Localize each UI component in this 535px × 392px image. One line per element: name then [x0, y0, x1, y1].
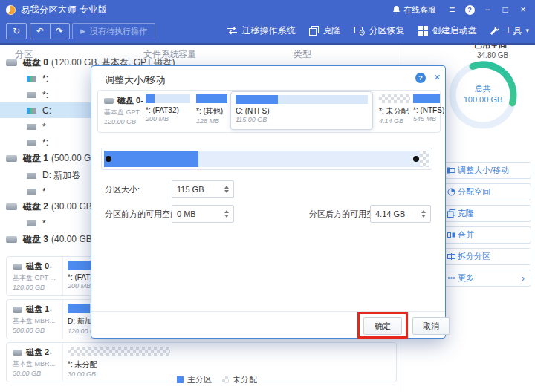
stepper-icon[interactable] [224, 210, 229, 218]
merge-button[interactable]: 合并 [444, 226, 531, 244]
slider-right-handle[interactable] [413, 156, 419, 162]
legend-unallocated-label: 未分配 [233, 374, 257, 385]
partition-label: *: (NTFS) [413, 106, 440, 114]
partition-label: * [42, 186, 46, 197]
drive-icon [27, 76, 36, 82]
allocate-space-label: 分配空间 [458, 186, 490, 197]
disk-card-name: 磁盘 2- [26, 347, 52, 358]
disk-card-size: 120.00 GB [13, 284, 62, 291]
partition-label: *: [42, 90, 48, 100]
bell-icon [392, 5, 401, 14]
unallocated-swatch [222, 376, 229, 383]
clone-button[interactable]: 克隆 [309, 24, 340, 37]
drive-icon [27, 173, 36, 179]
partition-size-input[interactable]: 115 GB [172, 180, 234, 198]
dialog-partition-unallocated[interactable]: *: 未分配 4.14 GB [379, 94, 410, 128]
clone-label: 克隆 [322, 24, 340, 37]
more-button[interactable]: 更多 › [444, 270, 531, 287]
resize-move-label: 调整大小/移动 [458, 165, 509, 176]
space-before-label: 分区前方的可用空间: [105, 209, 181, 220]
more-icon [447, 274, 455, 282]
dialog-partition-c-selected[interactable]: C: (NTFS) 115.00 GB [230, 91, 373, 130]
undo-button[interactable]: ↶ [31, 24, 50, 39]
redo-icon: ↷ [51, 24, 69, 39]
undo-icon: ↶ [31, 24, 50, 39]
dialog-close-icon[interactable]: × [434, 71, 441, 83]
dialog-partition-other[interactable]: *: (其他) 128 MB [196, 94, 227, 128]
online-service-button[interactable]: 在线客服 [386, 0, 443, 19]
clone-action-label: 克隆 [458, 208, 474, 219]
disk-card-type: 基本盘 MBR... [13, 316, 62, 326]
tools-button[interactable]: 工具 ▾ [490, 24, 529, 37]
partition-label: *: [42, 74, 48, 84]
bootable-media-button[interactable]: 创建启动盘 [418, 24, 476, 37]
hard-disk-icon [13, 350, 22, 356]
play-icon: ▶ [80, 27, 85, 35]
toolbar: ↻ ↶ ↷ ▶ 没有待执行操作 迁移操作系统 克隆 分区恢复 创建启动盘 工具 … [0, 19, 535, 45]
dialog-partition-fat32[interactable]: *: (FAT32) 200 MB [146, 94, 190, 128]
migrate-os-button[interactable]: 迁移操作系统 [227, 24, 295, 37]
disk-card-info: 磁盘 1- 基本盘 MBR... 500.00 GB [7, 300, 63, 339]
unallocated-bar [68, 347, 170, 356]
disk-name: 磁盘 2 [23, 200, 48, 213]
dialog-disk-type: 基本盘 GPT ... [104, 108, 147, 117]
merge-icon [447, 231, 455, 239]
minimize-button[interactable]: − [479, 0, 496, 19]
help-icon: ? [465, 5, 475, 15]
cancel-button[interactable]: 取消 [412, 317, 450, 335]
stepper-icon[interactable] [224, 186, 229, 193]
dialog-disk-info: 磁盘 0- 基本盘 GPT ... 120.00 GB [104, 95, 147, 125]
help-button[interactable]: ? [461, 0, 479, 19]
slider-left-handle[interactable] [106, 156, 111, 162]
partition-label: *: [42, 137, 48, 148]
tools-label: 工具 [504, 24, 522, 37]
space-after-input[interactable]: 4.14 GB [370, 205, 431, 223]
menu-icon[interactable]: ≡ [443, 0, 461, 19]
total-label: 总共 [446, 83, 520, 94]
disk-name: 磁盘 0 [23, 56, 48, 69]
allocate-space-button[interactable]: 分配空间 [444, 183, 531, 200]
pending-operations-button[interactable]: ▶ 没有待执行操作 [72, 23, 155, 39]
migrate-os-icon [227, 26, 238, 35]
drive-icon [27, 124, 36, 130]
partition-size: 4.14 GB [379, 117, 410, 125]
undo-redo-group: ↶ ↷ [30, 23, 70, 39]
partition-usage-bar [236, 95, 368, 104]
redo-button[interactable]: ↷ [50, 24, 69, 39]
resize-move-dialog: 调整大小/移动 ? × 磁盘 0- 基本盘 GPT ... 120.00 GB … [91, 65, 446, 339]
space-before-value: 0 MB [177, 209, 196, 218]
disk-card-info: 磁盘 0- 基本盘 GPT ... 120.00 GB [7, 257, 63, 295]
slider-used-fill [104, 151, 198, 167]
hard-disk-icon [13, 264, 22, 270]
disk-name: 磁盘 3 [23, 233, 48, 246]
partition-label: *: (其他) [196, 106, 227, 117]
resize-move-icon [447, 166, 455, 174]
space-before-input[interactable]: 0 MB [172, 205, 234, 223]
disk-card-info: 磁盘 2- 基本盘 MBR... 30.00 GB [7, 343, 63, 382]
clone-small-icon [447, 209, 455, 218]
clone-action-button[interactable]: 克隆 [444, 205, 531, 222]
dialog-partition-ntfs-small[interactable]: *: (NTFS) 545 MB [413, 94, 440, 128]
partition-usage-bar [146, 94, 190, 103]
maximize-button[interactable]: □ [496, 0, 514, 19]
stepper-icon[interactable] [421, 210, 426, 218]
slider-track[interactable] [104, 151, 429, 167]
red-highlight-annotation [357, 312, 408, 339]
disk-card-name: 磁盘 1- [26, 304, 52, 315]
resize-move-button[interactable]: 调整大小/移动 [444, 162, 531, 179]
refresh-button[interactable]: ↻ [6, 23, 27, 39]
space-after-value: 4.14 GB [375, 209, 405, 218]
partition-label: * [42, 218, 46, 229]
close-button[interactable]: × [514, 0, 532, 19]
disk-card-partition[interactable]: *: 未分配 30.00 GB [63, 343, 175, 382]
dialog-help-icon[interactable]: ? [415, 73, 426, 83]
partition-recovery-button[interactable]: 分区恢复 [354, 24, 404, 37]
hard-disk-icon [6, 155, 17, 162]
partition-size-value: 115 GB [177, 185, 204, 194]
split-partition-button[interactable]: 拆分分区 [444, 248, 531, 265]
bootable-media-icon [418, 26, 428, 36]
partition-label: C: (NTFS) [236, 107, 368, 115]
dialog-disk-name: 磁盘 0- [117, 95, 143, 106]
titlebar: 易我分区大师 专业版 在线客服 ≡ ? − □ × [0, 0, 535, 19]
resize-slider[interactable] [101, 148, 432, 170]
